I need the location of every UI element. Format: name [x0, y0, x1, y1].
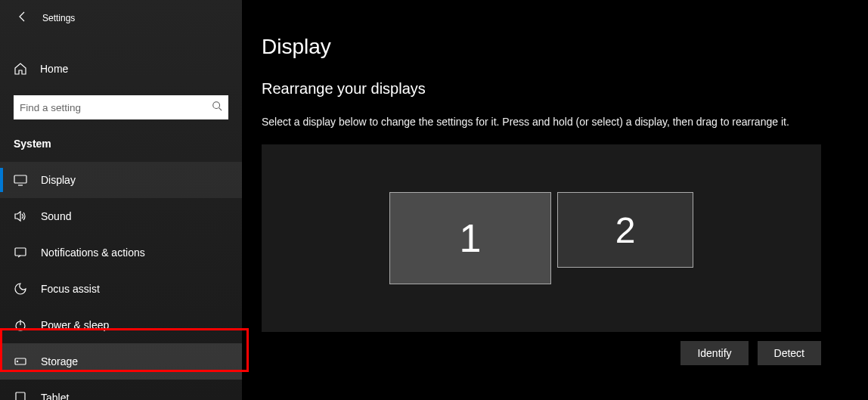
display-number: 2 — [615, 209, 636, 251]
nav-label: Storage — [41, 355, 78, 367]
nav-item-sound[interactable]: Sound — [0, 198, 242, 234]
nav-item-focus-assist[interactable]: Focus assist — [0, 271, 242, 307]
search-box[interactable] — [14, 95, 228, 119]
detect-button[interactable]: Detect — [758, 341, 821, 365]
notifications-icon — [14, 246, 27, 259]
search-container — [0, 85, 242, 119]
identify-button[interactable]: Identify — [680, 341, 748, 365]
page-title: Display — [262, 35, 838, 59]
section-heading: Rearrange your displays — [262, 80, 838, 98]
power-icon — [14, 318, 27, 332]
display-box-2[interactable]: 2 — [557, 192, 693, 268]
window-title: Settings — [42, 13, 75, 23]
main-content: Display Rearrange your displays Select a… — [242, 0, 868, 400]
section-description: Select a display below to change the set… — [262, 116, 838, 128]
nav-label: Sound — [41, 210, 71, 222]
nav-label: Notifications & actions — [41, 247, 145, 259]
focus-assist-icon — [14, 282, 27, 296]
nav-item-tablet[interactable]: Tablet — [0, 380, 242, 400]
sound-icon — [14, 209, 27, 223]
display-number: 1 — [460, 216, 482, 261]
nav-item-power-sleep[interactable]: Power & sleep — [0, 307, 242, 343]
nav-label: Display — [41, 174, 76, 186]
svg-rect-6 — [16, 392, 25, 400]
sidebar-header: Settings — [0, 0, 242, 33]
nav-item-notifications[interactable]: Notifications & actions — [0, 234, 242, 271]
svg-point-0 — [213, 102, 220, 109]
nav-label: Tablet — [41, 392, 69, 400]
home-link[interactable]: Home — [0, 53, 242, 85]
tablet-icon — [14, 391, 27, 400]
nav-label: Power & sleep — [41, 319, 109, 331]
storage-icon — [14, 355, 27, 368]
display-arrangement-area[interactable]: 1 2 — [262, 144, 821, 332]
search-icon — [212, 101, 222, 114]
nav-label: Focus assist — [41, 283, 100, 295]
nav-list: Display Sound Notifications & actions Fo… — [0, 162, 242, 400]
nav-item-storage[interactable]: Storage — [0, 343, 242, 380]
back-icon[interactable] — [17, 11, 29, 26]
search-input[interactable] — [20, 102, 206, 113]
nav-item-display[interactable]: Display — [0, 162, 242, 198]
svg-rect-1 — [14, 175, 26, 183]
display-icon — [14, 173, 27, 187]
display-buttons-row: Identify Detect — [262, 341, 821, 365]
display-box-1[interactable]: 1 — [389, 192, 551, 284]
home-label: Home — [40, 63, 68, 75]
sidebar: Settings Home System Display Sound — [0, 0, 242, 400]
category-label: System — [0, 119, 242, 162]
home-icon — [14, 62, 27, 76]
svg-rect-2 — [15, 248, 26, 256]
svg-point-5 — [17, 361, 17, 361]
